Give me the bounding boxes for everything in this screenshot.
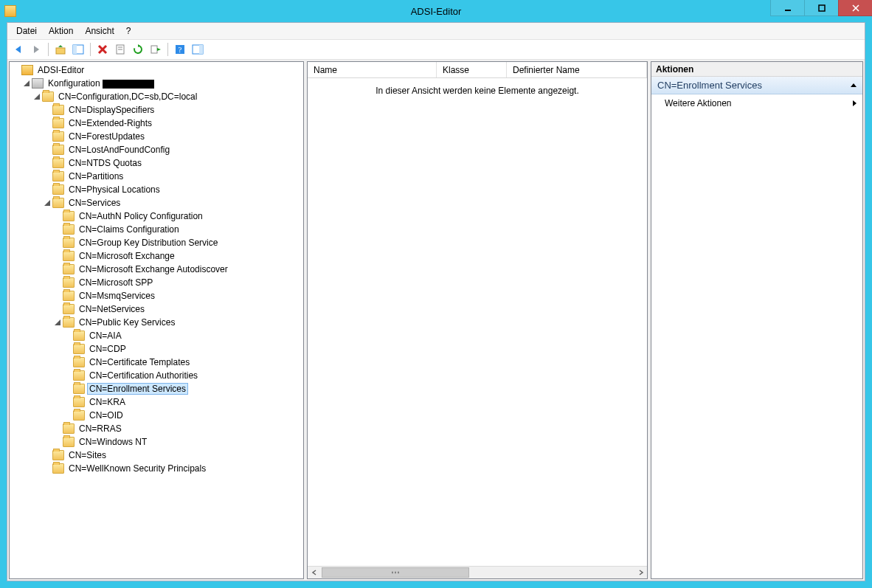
- column-header-class[interactable]: Klasse: [437, 62, 507, 77]
- tree-node-configuration[interactable]: CN=Configuration,DC=sb,DC=local: [11, 90, 303, 103]
- expander-icon[interactable]: [11, 65, 21, 75]
- tree-node[interactable]: CN=AIA: [11, 329, 303, 342]
- tree-node[interactable]: CN=KRA: [11, 395, 303, 409]
- export-button[interactable]: [148, 41, 164, 58]
- tree-node[interactable]: CN=WellKnown Security Principals: [11, 462, 303, 475]
- folder-up-icon: [55, 44, 66, 55]
- expander-open-icon[interactable]: [42, 198, 52, 208]
- actions-context-title[interactable]: CN=Enrollment Services: [651, 77, 862, 94]
- folder-icon: [73, 397, 85, 407]
- menu-view[interactable]: Ansicht: [79, 24, 120, 38]
- help-button[interactable]: ?: [172, 41, 188, 58]
- tree-node[interactable]: CN=Microsoft Exchange: [11, 249, 303, 263]
- tree-node-konfiguration[interactable]: Konfiguration: [11, 77, 303, 90]
- expander-open-icon[interactable]: [21, 78, 32, 89]
- properties-button[interactable]: [112, 41, 128, 58]
- scroll-track[interactable]: ⋯: [320, 567, 634, 578]
- empty-list-message: In dieser Ansicht werden keine Elemente …: [308, 78, 647, 96]
- tree-node[interactable]: CN=AuthN Policy Configuration: [11, 210, 303, 223]
- svg-rect-9: [73, 45, 77, 54]
- tree-node-services[interactable]: CN=Services: [11, 196, 303, 210]
- actions-panel-icon: [192, 44, 204, 55]
- column-header-dn[interactable]: Definierter Name: [507, 62, 647, 77]
- show-hide-actions-button[interactable]: [190, 41, 206, 58]
- tree-node[interactable]: CN=Sites: [11, 449, 303, 462]
- folder-icon: [63, 317, 75, 328]
- folder-icon: [52, 450, 64, 460]
- tree-node[interactable]: CN=RRAS: [11, 422, 303, 435]
- scope-tree-panel: ADSI-Editor Konfiguration CN=Configurati…: [9, 61, 304, 579]
- actions-more-label: Weitere Aktionen: [665, 98, 732, 108]
- mmc-frame: Datei Aktion Ansicht ?: [7, 22, 865, 581]
- svg-marker-5: [34, 46, 39, 53]
- list-body[interactable]: In dieser Ansicht werden keine Elemente …: [308, 78, 647, 566]
- separator: [90, 43, 91, 56]
- chevron-left-icon: [311, 570, 317, 575]
- svg-rect-21: [199, 45, 203, 54]
- up-level-button[interactable]: [52, 41, 69, 58]
- scope-tree[interactable]: ADSI-Editor Konfiguration CN=Configurati…: [10, 62, 303, 578]
- tree-node[interactable]: CN=Partitions: [11, 170, 303, 183]
- nav-back-button[interactable]: [10, 41, 27, 58]
- close-button[interactable]: [838, 0, 872, 16]
- adsi-root-icon: [21, 65, 33, 75]
- scroll-right-button[interactable]: [634, 567, 647, 578]
- tree-node-public-key-services[interactable]: CN=Public Key Services: [11, 316, 303, 329]
- window-controls: [770, 0, 872, 16]
- actions-more-link[interactable]: Weitere Aktionen: [651, 94, 862, 112]
- partition-icon: [32, 78, 44, 89]
- tree-node[interactable]: CN=Windows NT: [11, 435, 303, 449]
- tree-node[interactable]: CN=NTDS Quotas: [11, 156, 303, 170]
- folder-icon: [63, 291, 75, 301]
- scroll-thumb[interactable]: ⋯: [322, 567, 469, 578]
- folder-icon: [52, 105, 64, 115]
- nav-forward-button[interactable]: [28, 41, 44, 58]
- expander-open-icon[interactable]: [52, 317, 63, 328]
- menu-action[interactable]: Aktion: [43, 24, 79, 38]
- tree-node[interactable]: CN=Claims Configuration: [11, 223, 303, 236]
- menu-bar: Datei Aktion Ansicht ?: [7, 23, 865, 39]
- tree-node[interactable]: CN=Extended-Rights: [11, 117, 303, 130]
- chevron-right-icon: [638, 570, 644, 575]
- tree-node-enrollment-services[interactable]: CN=Enrollment Services: [11, 382, 303, 395]
- folder-icon: [63, 437, 75, 447]
- tree-node[interactable]: CN=DisplaySpecifiers: [11, 103, 303, 117]
- scroll-left-button[interactable]: [308, 567, 320, 578]
- folder-icon: [63, 264, 75, 274]
- tree-node[interactable]: CN=Microsoft SPP: [11, 276, 303, 289]
- folder-icon: [73, 384, 85, 394]
- separator: [167, 43, 168, 56]
- title-bar[interactable]: ADSI-Editor: [0, 0, 872, 22]
- tree-node[interactable]: CN=OID: [11, 409, 303, 422]
- tree-node[interactable]: CN=MsmqServices: [11, 289, 303, 302]
- tree-panel-icon: [72, 44, 84, 55]
- folder-icon: [52, 171, 64, 181]
- svg-text:?: ?: [179, 45, 182, 54]
- tree-node[interactable]: CN=Certification Authorities: [11, 369, 303, 382]
- refresh-button[interactable]: [130, 41, 146, 58]
- folder-icon: [63, 238, 75, 248]
- column-header-name[interactable]: Name: [308, 62, 437, 77]
- minimize-button[interactable]: [770, 0, 804, 16]
- tree-node[interactable]: CN=ForestUpdates: [11, 130, 303, 143]
- refresh-icon: [132, 44, 144, 55]
- maximize-button[interactable]: [804, 0, 838, 16]
- svg-rect-6: [56, 48, 65, 54]
- tree-node[interactable]: CN=NetServices: [11, 302, 303, 316]
- tree-node-root[interactable]: ADSI-Editor: [11, 63, 303, 77]
- tree-node[interactable]: CN=CDP: [11, 342, 303, 356]
- horizontal-scrollbar[interactable]: ⋯: [308, 566, 647, 578]
- tree-node[interactable]: CN=Certificate Templates: [11, 356, 303, 369]
- tree-node[interactable]: CN=Physical Locations: [11, 183, 303, 196]
- tree-node[interactable]: CN=LostAndFoundConfig: [11, 143, 303, 156]
- delete-button[interactable]: [94, 41, 111, 58]
- tree-node[interactable]: CN=Microsoft Exchange Autodiscover: [11, 263, 303, 276]
- actions-panel: Aktionen CN=Enrollment Services Weitere …: [651, 61, 863, 579]
- show-hide-tree-button[interactable]: [70, 41, 86, 58]
- svg-marker-22: [24, 80, 30, 86]
- menu-help[interactable]: ?: [120, 24, 137, 38]
- menu-file[interactable]: Datei: [10, 24, 43, 38]
- tree-node[interactable]: CN=Group Key Distribution Service: [11, 236, 303, 249]
- expander-open-icon[interactable]: [32, 91, 42, 102]
- svg-marker-23: [34, 94, 40, 100]
